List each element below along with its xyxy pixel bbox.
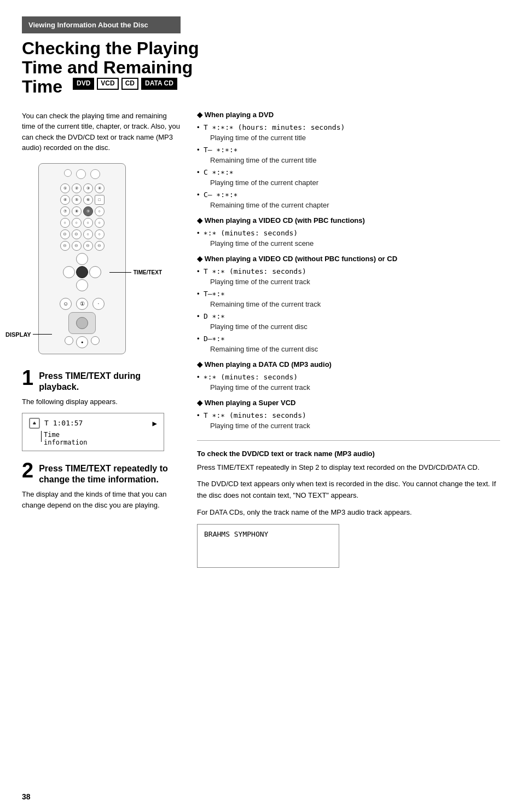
badge-data-cd: DATA CD <box>141 78 177 89</box>
vcd-pbc-section: When playing a VIDEO CD (with PBC functi… <box>197 216 500 249</box>
display-box: ⏏ T 1:01:57 ▶ Timeinformation <box>22 413 164 451</box>
to-check-body2: The DVD/CD text appears only when text i… <box>197 479 500 502</box>
time-value: T 1:01:57 <box>44 419 83 427</box>
list-item: T ∗:∗ (minutes: seconds) Playing time of… <box>197 410 500 431</box>
to-check-header: To check the DVD/CD text or track name (… <box>197 450 500 458</box>
page: Viewing Information About the Disc Check… <box>0 0 522 590</box>
list-item: T ∗:∗:∗ (hours: minutes: seconds) Playin… <box>197 122 500 143</box>
time-info-label: Timeinformation <box>44 431 87 446</box>
list-item: ∗:∗ (minutes: seconds) Playing time of t… <box>197 372 500 393</box>
display-label: DISPLAY <box>5 331 52 338</box>
badge-cd: CD <box>121 78 138 89</box>
super-vcd-section-header: When playing a Super VCD <box>197 399 500 407</box>
super-vcd-bullet-list: T ∗:∗ (minutes: seconds) Playing time of… <box>197 410 500 431</box>
badge-dvd: DVD <box>73 78 94 89</box>
remote-diagram: ① ② ③ ④ ④ ⑤ ⑥ □ ⑦ ⑧ ⑨ ○ ○ <box>38 163 126 354</box>
list-item: D–∗:∗ Remaining time of the current disc <box>197 333 500 355</box>
time-text-label: TIME/TEXT <box>134 269 162 275</box>
step-1-number: 1 <box>22 367 33 388</box>
vcd-no-pbc-section: When playing a VIDEO CD (without PBC fun… <box>197 255 500 355</box>
step-1-title: Press TIME/TEXT during playback. <box>39 367 181 394</box>
step-1: 1 Press TIME/TEXT during playback. The f… <box>22 367 181 451</box>
vcd-no-pbc-section-header: When playing a VIDEO CD (without PBC fun… <box>197 255 500 263</box>
list-item: T–∗:∗ Remaining time of the current trac… <box>197 289 500 310</box>
step-2-body: The display and the kinds of time that y… <box>22 489 181 510</box>
step-1-body: The following display appears. <box>22 396 181 407</box>
step-2-number: 2 <box>22 460 33 481</box>
page-number: 38 <box>22 792 31 801</box>
to-check-body1: Press TIME/TEXT repeatedly in Step 2 to … <box>197 462 500 474</box>
breadcrumb: Viewing Information About the Disc <box>22 16 181 33</box>
list-item: C ∗:∗:∗ Playing time of the current chap… <box>197 167 500 188</box>
list-item: D ∗:∗ Playing time of the current disc <box>197 311 500 332</box>
dvd-section-header: When playing a DVD <box>197 111 500 119</box>
right-column: When playing a DVD T ∗:∗:∗ (hours: minut… <box>197 111 500 568</box>
step-2: 2 Press TIME/TEXT repeatedly to change t… <box>22 460 181 511</box>
to-check-section: To check the DVD/CD text or track name (… <box>197 450 500 568</box>
badge-vcd: VCD <box>97 78 118 89</box>
dvd-section: When playing a DVD T ∗:∗:∗ (hours: minut… <box>197 111 500 211</box>
vcd-pbc-section-header: When playing a VIDEO CD (with PBC functi… <box>197 216 500 224</box>
section-divider <box>197 440 500 441</box>
list-item: ∗:∗ (minutes: seconds) Playing time of t… <box>197 228 500 249</box>
intro-text: You can check the playing time and remai… <box>22 111 181 153</box>
list-item: T ∗:∗ (minutes: seconds) Playing time of… <box>197 266 500 287</box>
breadcrumb-text: Viewing Information About the Disc <box>28 21 148 29</box>
vcd-pbc-bullet-list: ∗:∗ (minutes: seconds) Playing time of t… <box>197 228 500 249</box>
disc-icon: ⏏ <box>29 418 40 429</box>
to-check-body3: For DATA CDs, only the track name of the… <box>197 507 500 519</box>
super-vcd-section: When playing a Super VCD T ∗:∗ (minutes:… <box>197 399 500 431</box>
dvd-bullet-list: T ∗:∗:∗ (hours: minutes: seconds) Playin… <box>197 122 500 211</box>
step-2-title: Press TIME/TEXT repeatedly to change the… <box>39 460 181 486</box>
data-cd-section-header: When playing a DATA CD (MP3 audio) <box>197 360 500 368</box>
data-cd-bullet-list: ∗:∗ (minutes: seconds) Playing time of t… <box>197 372 500 393</box>
text-display-box: BRAHMS SYMPHONY <box>197 524 339 568</box>
list-item: T– ∗:∗:∗ Remaining time of the current t… <box>197 145 500 166</box>
left-column: You can check the playing time and remai… <box>22 111 181 568</box>
main-title: Checking the Playing Time and Remaining … <box>22 39 500 99</box>
list-item: C– ∗:∗:∗ Remaining time of the current c… <box>197 189 500 211</box>
display-text: BRAHMS SYMPHONY <box>204 530 268 538</box>
vcd-no-pbc-bullet-list: T ∗:∗ (minutes: seconds) Playing time of… <box>197 266 500 355</box>
data-cd-section: When playing a DATA CD (MP3 audio) ∗:∗ (… <box>197 360 500 393</box>
play-arrow: ▶ <box>153 419 157 428</box>
